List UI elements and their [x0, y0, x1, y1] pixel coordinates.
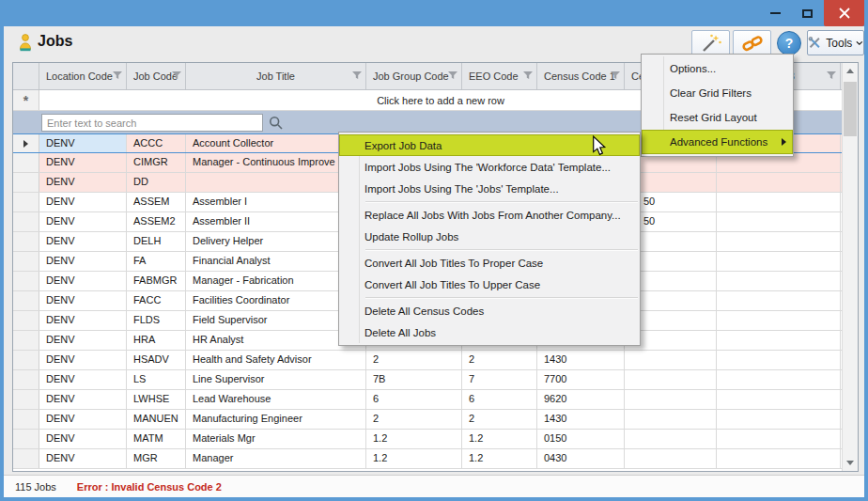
cell-census-code-1[interactable]: 9620 — [537, 390, 625, 409]
menu-item-reset-grid-layout[interactable]: Reset Grid Layout — [642, 105, 793, 130]
row-selector[interactable] — [13, 173, 39, 192]
cell-census-code-1[interactable]: 0430 — [537, 449, 625, 468]
scrollbar-thumb[interactable] — [844, 82, 857, 136]
maximize-button[interactable] — [791, 0, 823, 26]
link-button[interactable] — [733, 30, 771, 55]
cell-job-code[interactable]: MATM — [127, 430, 186, 448]
cell-location-code[interactable]: DENV — [39, 252, 127, 271]
cell-location-code[interactable]: DENV — [39, 430, 127, 448]
cell-eeo-code[interactable]: 6 — [462, 390, 537, 409]
cell-job-group-code[interactable]: 6 — [366, 390, 462, 409]
cell-census-code-1[interactable]: 1430 — [537, 410, 625, 429]
row-selector[interactable] — [13, 252, 39, 271]
cell-census-code-3[interactable] — [717, 173, 841, 192]
row-selector[interactable] — [13, 291, 39, 310]
cell-eeo-code[interactable]: 2 — [462, 351, 537, 369]
cell-job-title[interactable]: Lead Warehouse — [186, 390, 366, 409]
menu-item-export-job-data[interactable]: Export Job Data — [339, 134, 640, 156]
cell-location-code[interactable]: DENV — [39, 291, 127, 310]
cell-job-code[interactable]: MGR — [127, 449, 186, 468]
cell-location-code[interactable]: DENV — [39, 193, 127, 211]
cell-census-code-1[interactable]: 0150 — [537, 430, 625, 448]
tools-button[interactable]: Tools — [807, 30, 864, 55]
cell-location-code[interactable]: DENV — [39, 134, 127, 152]
cell-census-code-2[interactable] — [625, 410, 717, 429]
cell-census-code-1[interactable]: 7700 — [537, 370, 625, 389]
cell-census-code-3[interactable] — [717, 272, 841, 290]
cell-census-code-3[interactable] — [717, 430, 841, 448]
filter-icon[interactable] — [611, 71, 620, 80]
cell-census-code-3[interactable] — [717, 252, 841, 271]
cell-eeo-code[interactable]: 2 — [462, 410, 537, 429]
cell-job-code[interactable]: FACC — [127, 291, 186, 310]
cell-location-code[interactable]: DENV — [39, 410, 127, 429]
cell-census-code-3[interactable] — [717, 390, 841, 409]
row-selector[interactable] — [13, 153, 39, 172]
menu-item-import-jobs-using-the-workforce-data-template[interactable]: Import Jobs Using The 'Workforce Data' T… — [339, 156, 640, 178]
cell-job-title[interactable]: Materials Mgr — [186, 430, 366, 448]
cell-census-code-3[interactable] — [717, 311, 841, 330]
row-selector[interactable] — [13, 272, 39, 290]
column-header-eeo-code[interactable]: EEO Code — [462, 63, 537, 89]
row-selector[interactable] — [13, 430, 39, 448]
cell-job-code[interactable]: MANUEN — [127, 410, 186, 429]
cell-location-code[interactable]: DENV — [39, 173, 127, 192]
cell-job-code[interactable]: FABMGR — [127, 272, 186, 290]
cell-census-code-2[interactable] — [625, 430, 717, 448]
menu-item-delete-all-jobs[interactable]: Delete All Jobs — [339, 321, 640, 343]
cell-job-group-code[interactable]: 7B — [366, 370, 462, 389]
row-selector[interactable] — [13, 193, 39, 211]
cell-census-code-2[interactable] — [625, 351, 717, 369]
scroll-up-button[interactable] — [843, 63, 858, 79]
cell-census-code-1[interactable]: 1430 — [537, 351, 625, 369]
column-header-job-group-code[interactable]: Job Group Code — [366, 63, 462, 89]
filter-icon[interactable] — [827, 71, 836, 80]
table-row[interactable]: DENVHSADVHealth and Safety Advisor221430 — [13, 351, 842, 370]
cell-census-code-3[interactable] — [717, 351, 841, 369]
row-selector[interactable] — [13, 331, 39, 350]
column-header-census-code-1[interactable]: Census Code 1 — [537, 63, 625, 89]
wizard-button[interactable] — [691, 30, 730, 55]
table-row[interactable]: DENVLWHSELead Warehouse669620 — [13, 390, 842, 410]
cell-census-code-2[interactable] — [625, 370, 717, 389]
help-button[interactable]: ? — [774, 30, 804, 55]
cell-location-code[interactable]: DENV — [39, 390, 127, 409]
cell-job-code[interactable]: DELH — [127, 232, 186, 251]
menu-item-update-rollup-jobs[interactable]: Update Rollup Jobs — [339, 226, 640, 247]
cell-job-title[interactable]: Manufacturing Engineer — [186, 410, 366, 429]
titlebar[interactable] — [0, 0, 868, 26]
menu-item-import-jobs-using-the-jobs-template[interactable]: Import Jobs Using The 'Jobs' Template... — [339, 178, 640, 199]
cell-location-code[interactable]: DENV — [39, 272, 127, 290]
cell-census-code-3[interactable] — [717, 212, 841, 231]
table-row[interactable]: DENVMGRManager1.21.20430 — [13, 449, 842, 469]
row-selector[interactable] — [13, 390, 39, 409]
menu-item-options[interactable]: Options... — [642, 56, 793, 81]
filter-icon[interactable] — [113, 71, 122, 80]
row-selector[interactable] — [13, 410, 39, 429]
cell-census-code-3[interactable] — [717, 449, 841, 468]
column-header-job-title[interactable]: Job Title — [186, 63, 366, 89]
cell-job-code[interactable]: LS — [127, 370, 186, 389]
cell-census-code-3[interactable] — [717, 193, 841, 211]
filter-icon[interactable] — [523, 71, 533, 80]
cell-job-code[interactable]: LWHSE — [127, 390, 186, 409]
row-selector[interactable] — [13, 311, 39, 330]
scroll-down-button[interactable] — [843, 455, 858, 471]
cell-job-code[interactable]: ACCC — [127, 134, 186, 152]
cell-census-code-3[interactable] — [717, 331, 841, 350]
cell-job-title[interactable]: Line Supervisor — [186, 370, 366, 389]
row-selector[interactable] — [13, 232, 39, 251]
filter-icon[interactable] — [448, 71, 457, 80]
minimize-button[interactable] — [759, 0, 791, 26]
column-header-job-code[interactable]: Job Code — [127, 63, 186, 89]
cell-job-code[interactable]: ASSEM — [127, 193, 186, 211]
vertical-scrollbar[interactable] — [842, 63, 858, 471]
row-selector[interactable] — [13, 351, 39, 369]
close-button[interactable] — [824, 0, 864, 26]
cell-location-code[interactable]: DENV — [39, 153, 127, 172]
menu-item-delete-all-census-codes[interactable]: Delete All Census Codes — [339, 300, 640, 321]
filter-icon[interactable] — [172, 71, 181, 80]
cell-census-code-3[interactable] — [717, 410, 841, 429]
cell-job-code[interactable]: FLDS — [127, 311, 186, 330]
cell-location-code[interactable]: DENV — [39, 449, 127, 468]
